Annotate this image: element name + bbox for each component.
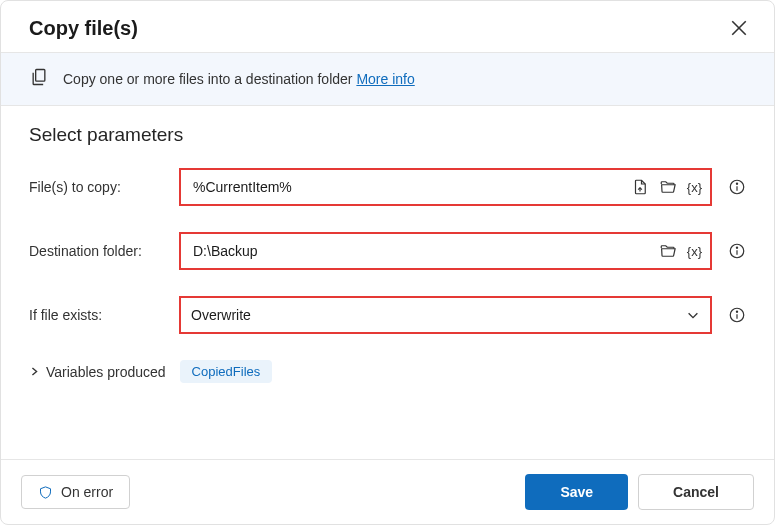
close-icon[interactable] — [730, 19, 750, 39]
param-row-files: File(s) to copy: — [29, 168, 746, 206]
chevron-down-icon — [684, 306, 702, 324]
svg-point-8 — [736, 247, 737, 248]
select-file-icon[interactable] — [631, 178, 649, 196]
exists-value: Overwrite — [191, 307, 684, 323]
info-icon[interactable] — [728, 242, 746, 260]
on-error-button[interactable]: On error — [21, 475, 130, 509]
dest-label: Destination folder: — [29, 243, 169, 259]
dialog-footer: On error Save Cancel — [1, 459, 774, 524]
param-row-dest: Destination folder: {x} — [29, 232, 746, 270]
shield-icon — [38, 485, 53, 500]
banner-text: Copy one or more files into a destinatio… — [63, 71, 415, 87]
info-icon[interactable] — [728, 178, 746, 196]
files-label: File(s) to copy: — [29, 179, 169, 195]
variables-toggle[interactable]: Variables produced — [29, 364, 166, 380]
dialog-body: Select parameters File(s) to copy: — [1, 106, 774, 459]
variable-icon[interactable]: {x} — [687, 244, 702, 259]
cancel-button[interactable]: Cancel — [638, 474, 754, 510]
files-field: {x} — [179, 168, 712, 206]
copy-files-dialog: Copy file(s) Copy one or more files into… — [0, 0, 775, 525]
more-info-link[interactable]: More info — [356, 71, 414, 87]
folder-open-icon[interactable] — [659, 242, 677, 260]
svg-point-11 — [736, 311, 737, 312]
save-button[interactable]: Save — [525, 474, 628, 510]
dest-input[interactable] — [191, 242, 659, 260]
info-icon[interactable] — [728, 306, 746, 324]
section-title: Select parameters — [29, 124, 746, 146]
variable-icon[interactable]: {x} — [687, 180, 702, 195]
copy-icon — [29, 67, 49, 91]
banner-description: Copy one or more files into a destinatio… — [63, 71, 353, 87]
on-error-label: On error — [61, 484, 113, 500]
folder-open-icon[interactable] — [659, 178, 677, 196]
chevron-right-icon — [29, 366, 40, 377]
info-banner: Copy one or more files into a destinatio… — [1, 52, 774, 106]
files-input[interactable] — [191, 178, 631, 196]
exists-select[interactable]: Overwrite — [179, 296, 712, 334]
variables-row: Variables produced CopiedFiles — [29, 360, 746, 383]
dest-field: {x} — [179, 232, 712, 270]
dialog-title: Copy file(s) — [29, 17, 138, 40]
svg-rect-2 — [36, 70, 45, 82]
svg-point-5 — [736, 183, 737, 184]
exists-label: If file exists: — [29, 307, 169, 323]
variable-chip[interactable]: CopiedFiles — [180, 360, 273, 383]
variables-toggle-label: Variables produced — [46, 364, 166, 380]
dialog-header: Copy file(s) — [1, 1, 774, 52]
param-row-exists: If file exists: Overwrite — [29, 296, 746, 334]
